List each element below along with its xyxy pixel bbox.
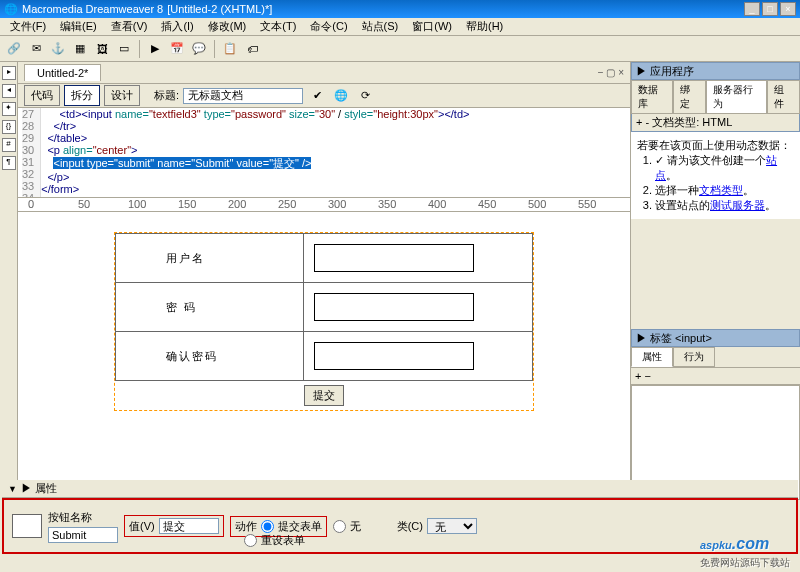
app-icon: 🌐 [4,3,18,16]
element-thumbnail [12,514,42,538]
view-design-button[interactable]: 设计 [104,85,140,106]
gutter-btn[interactable]: ¶ [2,156,16,170]
menu-modify[interactable]: 修改(M) [202,19,253,34]
submit-button[interactable]: 提交 [304,385,344,406]
add-attr-icon[interactable]: + [635,370,641,382]
action-submit-label: 提交表单 [278,519,322,534]
validate-icon[interactable]: ✔ [307,86,327,106]
refresh-icon[interactable]: ⟳ [355,86,375,106]
tool-image-icon[interactable]: 🖼 [92,39,112,59]
code-view[interactable]: 272829303132333435 <td><input name="text… [18,108,630,198]
form-table: 用户名 密 码 确认密码 [115,233,533,381]
action-submit-radio[interactable] [261,520,274,533]
password-input[interactable] [314,293,474,321]
app-panel-body: 若要在该页面上使用动态数据： ✓ 请为该文件创建一个站点。 选择一种文档类型。 … [631,132,800,219]
menu-window[interactable]: 窗口(W) [406,19,458,34]
page-title-input[interactable] [183,88,303,104]
menu-file[interactable]: 文件(F) [4,19,52,34]
view-code-button[interactable]: 代码 [24,85,60,106]
step-3: 设置站点的测试服务器。 [655,198,794,213]
label-password: 密 码 [116,283,304,332]
remove-attr-icon[interactable]: − [645,370,651,382]
class-label: 类(C) [397,519,423,534]
view-toolbar: 代码 拆分 设计 标题: ✔ 🌐 ⟳ [18,84,630,108]
line-numbers: 272829303132333435 [22,108,41,197]
confirm-input[interactable] [314,342,474,370]
tool-div-icon[interactable]: ▭ [114,39,134,59]
table-row: 密 码 [116,283,533,332]
link-testserver[interactable]: 测试服务器 [710,199,765,211]
step-1: ✓ 请为该文件创建一个站点。 [655,153,794,183]
table-row: 确认密码 [116,332,533,381]
value-group-highlight: 值(V) [124,515,224,537]
tool-date-icon[interactable]: 📅 [167,39,187,59]
document-tabbar: Untitled-2* − ▢ × [18,62,630,84]
view-split-button[interactable]: 拆分 [64,85,100,106]
tool-anchor-icon[interactable]: ⚓ [48,39,68,59]
table-row: 用户名 [116,234,533,283]
gutter-btn[interactable]: {} [2,120,16,134]
tab-behaviors[interactable]: 行为 [673,347,715,367]
gutter-btn[interactable]: # [2,138,16,152]
class-select[interactable]: 无 [427,518,477,534]
gutter-btn[interactable]: ◂ [2,84,16,98]
action-none-radio[interactable] [333,520,346,533]
menu-edit[interactable]: 编辑(E) [54,19,103,34]
code-gutter-tools: ▸ ◂ ✦ {} # ¶ [0,62,18,500]
menu-insert[interactable]: 插入(I) [155,19,199,34]
design-view[interactable]: 用户名 密 码 确认密码 提交 [18,212,630,482]
username-input[interactable] [314,244,474,272]
btn-name-label: 按钮名称 [48,510,118,525]
value-input[interactable] [159,518,219,534]
tool-comment-icon[interactable]: 💬 [189,39,209,59]
tool-media-icon[interactable]: ▶ [145,39,165,59]
menu-commands[interactable]: 命令(C) [304,19,353,34]
step-2: 选择一种文档类型。 [655,183,794,198]
menu-help[interactable]: 帮助(H) [460,19,509,34]
form-outline[interactable]: 用户名 密 码 确认密码 提交 [114,232,534,411]
close-button[interactable]: × [780,2,796,16]
tool-templates-icon[interactable]: 📋 [220,39,240,59]
tool-table-icon[interactable]: ▦ [70,39,90,59]
watermark: aspku.com 免费网站源码下载站 [700,525,790,570]
label-username: 用户名 [116,234,304,283]
doctype-row[interactable]: + - 文档类型: HTML [631,114,800,132]
tab-database[interactable]: 数据库 [631,80,673,113]
tool-tag-icon[interactable]: 🏷 [242,39,262,59]
doc-window-controls[interactable]: − ▢ × [598,67,624,78]
btn-name-input[interactable] [48,527,118,543]
properties-inspector: 按钮名称 值(V) 动作 提交表单 无 重设表单 类(C) 无 [2,498,798,554]
properties-panel-header[interactable]: ▼▶ 属性 [2,480,798,498]
value-label: 值(V) [129,519,155,534]
browser-preview-icon[interactable]: 🌐 [331,86,351,106]
app-title: Macromedia Dreamweaver 8 [22,3,163,15]
tab-components[interactable]: 组件 [767,80,800,113]
gutter-btn[interactable]: ▸ [2,66,16,80]
app-panel-tabs: 数据库 绑定 服务器行为 组件 [631,80,800,114]
panel-intro: 若要在该页面上使用动态数据： [637,138,794,153]
tool-hyperlink-icon[interactable]: 🔗 [4,39,24,59]
menu-text[interactable]: 文本(T) [254,19,302,34]
app-panel-header[interactable]: ▶ 应用程序 [631,62,800,80]
menu-site[interactable]: 站点(S) [356,19,405,34]
tag-panel-tabs: 属性 行为 [631,347,800,368]
tab-bindings[interactable]: 绑定 [673,80,706,113]
menu-view[interactable]: 查看(V) [105,19,154,34]
tag-panel-header[interactable]: ▶ 标签 <input> [631,329,800,347]
tab-attributes[interactable]: 属性 [631,347,673,367]
link-doctype[interactable]: 文档类型 [699,184,743,196]
code-content[interactable]: <td><input name="textfield3" type="passw… [41,108,626,197]
horizontal-ruler: 050100150200250300350400450500550 [18,198,630,212]
tab-server-behaviors[interactable]: 服务器行为 [706,80,767,113]
action-label: 动作 [235,519,257,534]
gutter-btn[interactable]: ✦ [2,102,16,116]
action-none-label: 无 [350,519,361,534]
insert-toolbar: 🔗 ✉ ⚓ ▦ 🖼 ▭ ▶ 📅 💬 📋 🏷 [0,36,800,62]
right-panel-group: ▶ 应用程序 数据库 绑定 服务器行为 组件 + - 文档类型: HTML 若要… [630,62,800,500]
action-reset-radio[interactable] [244,534,257,547]
document-tab[interactable]: Untitled-2* [24,64,101,81]
tool-email-icon[interactable]: ✉ [26,39,46,59]
minimize-button[interactable]: _ [744,2,760,16]
maximize-button[interactable]: □ [762,2,778,16]
label-confirm: 确认密码 [116,332,304,381]
